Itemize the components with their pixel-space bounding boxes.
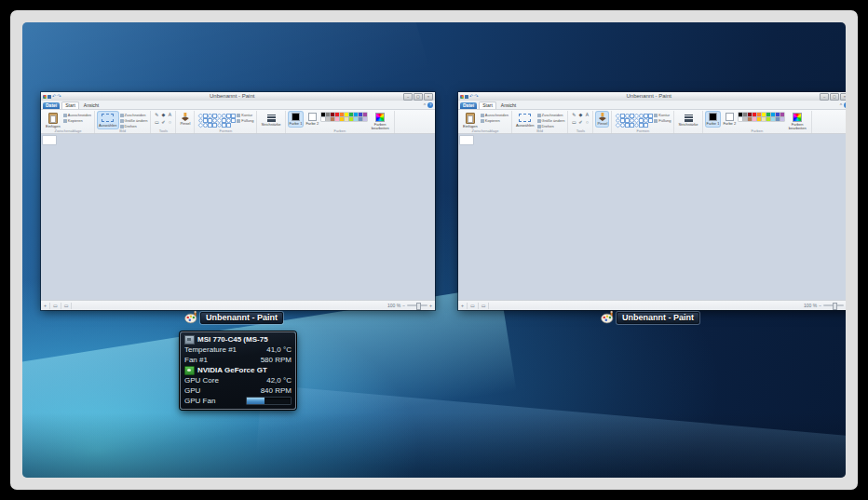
- palette-swatch[interactable]: [354, 117, 358, 121]
- preview-label-text[interactable]: Unbenannt - Paint: [617, 312, 699, 324]
- crop-button[interactable]: Zuschneiden: [537, 113, 565, 117]
- crop-button[interactable]: Zuschneiden: [120, 113, 148, 117]
- hardware-monitor-gadget[interactable]: MSI 770-C45 (MS-75 Temperature #1 41,0 °…: [180, 331, 296, 410]
- palette-swatch[interactable]: [753, 117, 756, 121]
- help-icon[interactable]: ?: [427, 102, 433, 108]
- zoom-in-icon[interactable]: +: [429, 303, 432, 308]
- palette-swatch[interactable]: [335, 113, 339, 116]
- paint-window-left[interactable]: ↶ ↷ Unbenannt - Paint – ▢ × Datei Start …: [41, 92, 435, 310]
- outline-button[interactable]: Kontur: [654, 113, 671, 117]
- tab-view[interactable]: Ansicht: [81, 102, 102, 109]
- palette-swatch[interactable]: [359, 117, 362, 121]
- pencil-icon[interactable]: ✎: [154, 112, 159, 118]
- palette-swatch[interactable]: [771, 117, 775, 121]
- paint-work-area[interactable]: [41, 134, 435, 300]
- palette-swatch[interactable]: [363, 113, 367, 116]
- palette-swatch[interactable]: [780, 113, 784, 116]
- zoom-out-icon[interactable]: −: [402, 303, 405, 308]
- tab-view[interactable]: Ansicht: [498, 102, 519, 109]
- taskbar-preview-label-left[interactable]: Unbenannt - Paint: [184, 310, 283, 324]
- magnifier-icon[interactable]: ○: [167, 119, 172, 126]
- tab-file[interactable]: Datei: [43, 102, 60, 109]
- zoom-slider-thumb[interactable]: [416, 303, 421, 310]
- palette-swatch[interactable]: [363, 117, 367, 121]
- palette-swatch[interactable]: [762, 117, 766, 121]
- ribbon-collapse-icon[interactable]: ^: [424, 103, 426, 108]
- save-icon[interactable]: [47, 95, 51, 99]
- palette-swatch[interactable]: [354, 113, 358, 116]
- shape-lightning-icon[interactable]: [644, 123, 648, 128]
- paint-app-icon[interactable]: [43, 95, 47, 99]
- palette-swatch[interactable]: [757, 113, 761, 116]
- fill-button[interactable]: Füllung: [237, 118, 253, 123]
- resize-button[interactable]: Größe ändern: [120, 118, 148, 123]
- palette-swatch[interactable]: [766, 113, 770, 116]
- shape-star-4-icon[interactable]: [231, 118, 236, 123]
- palette-swatch[interactable]: [743, 113, 747, 116]
- copy-button[interactable]: Kopieren: [63, 118, 91, 123]
- color2-button[interactable]: Farbe 2: [305, 112, 319, 127]
- palette-swatch[interactable]: [780, 117, 784, 121]
- palette-swatch[interactable]: [359, 113, 362, 116]
- shape-star-4-icon[interactable]: [648, 118, 653, 123]
- text-icon[interactable]: A: [167, 112, 172, 118]
- palette-swatch[interactable]: [776, 113, 780, 116]
- paint-app-icon[interactable]: [460, 95, 464, 99]
- cut-button[interactable]: Ausschneiden: [481, 113, 509, 117]
- text-icon[interactable]: A: [584, 112, 590, 118]
- maximize-button[interactable]: ▢: [830, 93, 839, 101]
- resize-button[interactable]: Größe ändern: [537, 118, 565, 123]
- magnifier-icon[interactable]: ○: [584, 119, 590, 126]
- brushes-button[interactable]: Pinsel: [596, 112, 608, 127]
- palette-swatch[interactable]: [331, 117, 334, 121]
- brushes-button[interactable]: Pinsel: [179, 112, 191, 127]
- palette-swatch[interactable]: [753, 113, 756, 116]
- paste-button[interactable]: Einfügen: [45, 112, 61, 129]
- minimize-button[interactable]: –: [820, 93, 829, 101]
- palette-swatch[interactable]: [766, 117, 770, 121]
- fill-icon[interactable]: ◆: [160, 112, 166, 118]
- close-button[interactable]: ×: [840, 93, 846, 101]
- zoom-slider-thumb[interactable]: [833, 303, 837, 310]
- fill-button[interactable]: Füllung: [654, 118, 671, 123]
- redo-icon[interactable]: ↷: [474, 94, 478, 99]
- palette-swatch[interactable]: [345, 117, 348, 121]
- palette-swatch[interactable]: [326, 113, 330, 116]
- palette-swatch[interactable]: [340, 113, 344, 116]
- undo-icon[interactable]: ↶: [52, 94, 56, 99]
- color1-button[interactable]: Farbe 1: [289, 112, 304, 127]
- pencil-icon[interactable]: ✎: [571, 112, 576, 118]
- ribbon-collapse-icon[interactable]: ^: [840, 103, 842, 108]
- palette-swatch[interactable]: [326, 117, 330, 121]
- preview-label-text[interactable]: Unbenannt - Paint: [200, 312, 283, 324]
- palette-swatch[interactable]: [340, 117, 344, 121]
- color-picker-icon[interactable]: ✐: [160, 119, 166, 126]
- palette-swatch[interactable]: [321, 117, 325, 121]
- palette-swatch[interactable]: [739, 117, 742, 121]
- save-icon[interactable]: [465, 95, 468, 99]
- eraser-icon[interactable]: ▭: [154, 119, 159, 126]
- palette-swatch[interactable]: [748, 113, 752, 116]
- zoom-out-icon[interactable]: −: [819, 303, 821, 308]
- fill-icon[interactable]: ◆: [577, 112, 583, 118]
- palette-swatch[interactable]: [776, 117, 780, 121]
- taskbar-preview-label-right[interactable]: Unbenannt - Paint: [601, 310, 699, 324]
- undo-icon[interactable]: ↶: [469, 94, 473, 99]
- tab-home[interactable]: Start: [479, 101, 496, 109]
- help-icon[interactable]: ?: [844, 102, 846, 108]
- canvas[interactable]: [43, 136, 56, 144]
- palette-swatch[interactable]: [771, 113, 775, 116]
- select-button[interactable]: Auswählen: [98, 112, 118, 128]
- palette-swatch[interactable]: [762, 113, 766, 116]
- paint-work-area[interactable]: [458, 134, 846, 300]
- select-button[interactable]: Auswählen: [515, 112, 536, 128]
- shape-lightning-icon[interactable]: [226, 123, 231, 128]
- paint-window-right[interactable]: ↶ ↷ Unbenannt - Paint – ▢ × Datei Start …: [458, 92, 846, 310]
- palette-swatch[interactable]: [321, 113, 325, 116]
- palette-swatch[interactable]: [349, 117, 353, 121]
- tab-file[interactable]: Datei: [460, 102, 477, 109]
- color2-button[interactable]: Farbe 2: [722, 112, 737, 127]
- palette-swatch[interactable]: [748, 117, 752, 121]
- close-button[interactable]: ×: [424, 93, 433, 101]
- palette-swatch[interactable]: [739, 113, 742, 116]
